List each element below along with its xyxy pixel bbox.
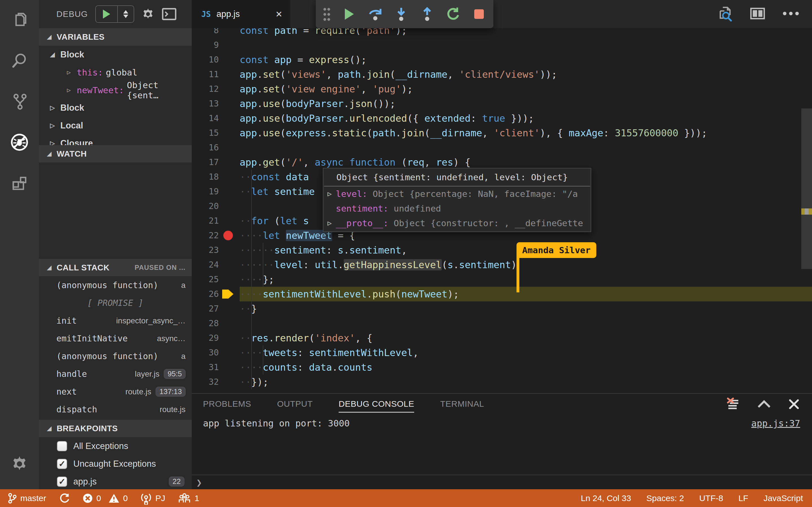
code-text[interactable]: const path = require('path'); [240, 28, 812, 38]
extensions-icon[interactable] [0, 168, 39, 199]
gutter[interactable] [219, 258, 240, 272]
split-editor-icon[interactable] [749, 5, 766, 23]
code-text[interactable] [240, 140, 812, 155]
start-debug-play-icon[interactable] [96, 6, 118, 22]
debug-console-input[interactable]: ❯ [192, 474, 812, 490]
code-line[interactable]: 11app.set('views', path.join(__dirname, … [192, 67, 812, 82]
code-text[interactable]: ··} [240, 301, 812, 316]
call-stack-frame[interactable]: emitInitNativeasync… [39, 330, 192, 347]
variables-scope-row[interactable]: ▷Local [39, 117, 192, 134]
indentation-item[interactable]: Spaces: 2 [647, 494, 684, 503]
eol-item[interactable]: LF [739, 494, 748, 503]
code-editor[interactable]: 8const path = require('path');910const a… [192, 28, 812, 393]
cursor-position-item[interactable]: Ln 24, Col 33 [581, 494, 631, 503]
code-line[interactable]: 10const app = express(); [192, 52, 812, 67]
encoding-item[interactable]: UTF-8 [699, 494, 723, 503]
panel-tab-output[interactable]: OUTPUT [277, 399, 313, 410]
code-line[interactable]: 32··}); [192, 375, 812, 389]
tooltip-property-row[interactable]: sentiment: undefined [323, 201, 591, 216]
gutter[interactable] [219, 316, 240, 331]
gutter[interactable] [219, 52, 240, 67]
breakpoint-row[interactable]: Uncaught Exceptions [39, 455, 192, 473]
gutter[interactable] [219, 360, 240, 375]
panel-tab-terminal[interactable]: TERMINAL [440, 399, 484, 410]
call-stack-frame[interactable]: handlelayer.js95:5 [39, 365, 192, 383]
gutter[interactable] [219, 375, 240, 389]
code-text[interactable] [240, 316, 812, 331]
open-debug-console-icon[interactable] [162, 8, 176, 20]
code-text[interactable]: app.set('views', path.join(__dirname, 'c… [240, 67, 812, 82]
code-line[interactable]: 12app.set('view engine', 'pug'); [192, 82, 812, 96]
panel-tab-debug-console[interactable]: DEBUG CONSOLE [339, 399, 414, 410]
breakpoint-row[interactable]: All Exceptions [39, 437, 192, 455]
code-text[interactable]: app.use(bodyParser.json()); [240, 96, 812, 111]
close-panel-icon[interactable] [788, 398, 800, 411]
gutter[interactable] [219, 184, 240, 199]
watch-section-header[interactable]: ◢ WATCH [39, 145, 192, 163]
code-text[interactable]: const app = express(); [240, 52, 812, 67]
gutter[interactable] [219, 243, 240, 258]
gutter[interactable] [219, 272, 240, 287]
gutter[interactable] [219, 28, 240, 38]
call-stack-frame[interactable]: (anonymous function)a [39, 347, 192, 365]
code-line[interactable]: 27··} [192, 301, 812, 316]
code-text[interactable]: ··res.render('index', { [240, 331, 812, 345]
code-text[interactable]: app.use(express.static(path.join(__dirna… [240, 126, 812, 140]
gutter[interactable] [219, 126, 240, 140]
gutter[interactable] [219, 199, 240, 214]
unchecked-checkbox[interactable] [57, 441, 67, 451]
participants-item[interactable]: 1 [177, 492, 199, 504]
drag-grip-icon[interactable] [323, 7, 331, 21]
maximize-panel-icon[interactable] [757, 399, 771, 411]
code-text[interactable]: ··}); [240, 375, 812, 389]
expand-triangle-icon[interactable]: ▷ [323, 216, 336, 230]
gutter[interactable] [219, 155, 240, 170]
code-text[interactable]: app.use(bodyParser.urlencoded({ extended… [240, 111, 812, 126]
configure-gear-icon[interactable] [142, 8, 154, 20]
code-line[interactable]: 17app.get('/', async function (req, res)… [192, 155, 812, 170]
call-stack-frame[interactable]: nextroute.js137:13 [39, 383, 192, 400]
editor-scrollbar[interactable] [801, 56, 812, 393]
breakpoint-row[interactable]: app.js22 [39, 473, 192, 489]
gutter[interactable] [219, 111, 240, 126]
variable-row[interactable]: ▷newTweet:Object {sent… [39, 81, 192, 99]
step-into-button[interactable] [394, 6, 409, 22]
code-text[interactable]: app.set('view engine', 'pug'); [240, 82, 812, 96]
tooltip-property-row[interactable]: ▷level: Object {percentage: NaN, faceIma… [323, 186, 591, 201]
live-share-item[interactable]: PJ [140, 492, 165, 505]
call-stack-frame[interactable]: dispatchroute.js [39, 400, 192, 418]
code-line[interactable]: 25····}; [192, 272, 812, 287]
more-actions-icon[interactable] [782, 10, 800, 18]
code-line[interactable]: 16 [192, 140, 812, 155]
clear-console-icon[interactable] [726, 397, 741, 413]
code-line[interactable]: 13app.use(bodyParser.json()); [192, 96, 812, 111]
code-line[interactable]: 8const path = require('path'); [192, 28, 812, 38]
gutter[interactable] [219, 287, 240, 301]
step-over-button[interactable] [368, 6, 383, 22]
expand-triangle-icon[interactable]: ▷ [323, 186, 336, 201]
code-line[interactable]: 14app.use(bodyParser.urlencoded({ extend… [192, 111, 812, 126]
language-mode-item[interactable]: JavaScript [763, 494, 803, 503]
files-icon[interactable] [0, 4, 39, 35]
breakpoints-section-header[interactable]: ◢ BREAKPOINTS [39, 420, 192, 437]
variable-row[interactable]: ▷this:global [39, 63, 192, 81]
gutter[interactable] [219, 96, 240, 111]
code-text[interactable]: ····sentimentWithLevel.push(newTweet); [240, 287, 812, 301]
tooltip-property-row[interactable]: ▷__proto__: Object {constructor: , __def… [323, 216, 591, 230]
code-text[interactable]: ····}; [240, 272, 812, 287]
code-line[interactable]: 9 [192, 38, 812, 52]
variables-section-header[interactable]: ◢ VARIABLES [39, 28, 192, 46]
variables-scope-row[interactable]: ◢Block [39, 46, 192, 63]
source-control-icon[interactable] [0, 86, 39, 117]
call-stack-frame[interactable]: (anonymous function)a [39, 276, 192, 294]
search-icon[interactable] [0, 45, 39, 76]
code-text[interactable]: ····tweets: sentimentWithLevel, [240, 345, 812, 360]
continue-button[interactable] [342, 6, 357, 22]
code-line[interactable]: 26····sentimentWithLevel.push(newTweet); [192, 287, 812, 301]
console-source-link[interactable]: app.js:37 [751, 418, 800, 429]
code-text[interactable]: ······level: util.getHappinessLevel(s.se… [240, 258, 812, 272]
breakpoint-icon[interactable] [223, 231, 233, 240]
open-preview-icon[interactable] [717, 5, 733, 23]
gutter[interactable] [219, 67, 240, 82]
code-line[interactable]: 29··res.render('index', { [192, 331, 812, 345]
